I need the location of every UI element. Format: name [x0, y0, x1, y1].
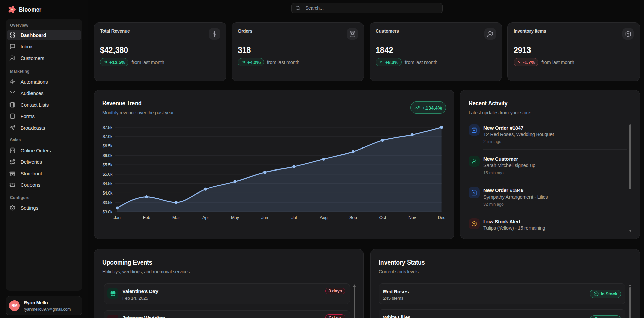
svg-text:$5.0k: $5.0k: [103, 172, 113, 177]
svg-text:Dec: Dec: [438, 215, 445, 220]
svg-text:Oct: Oct: [379, 215, 386, 220]
svg-text:$5.5k: $5.5k: [103, 163, 113, 167]
svg-text:Sep: Sep: [349, 215, 357, 220]
svg-text:$4.0k: $4.0k: [103, 191, 113, 196]
svg-text:$6.5k: $6.5k: [103, 144, 113, 149]
svg-text:$3.0k: $3.0k: [103, 210, 113, 214]
svg-text:Jun: Jun: [261, 215, 268, 220]
svg-text:Feb: Feb: [143, 215, 150, 220]
svg-text:Jul: Jul: [291, 215, 297, 220]
svg-text:$7.5k: $7.5k: [103, 125, 113, 130]
svg-text:Nov: Nov: [408, 215, 416, 220]
svg-text:Mar: Mar: [172, 215, 180, 220]
svg-text:Aug: Aug: [320, 215, 327, 220]
svg-text:$3.5k: $3.5k: [103, 200, 113, 205]
svg-text:$6.0k: $6.0k: [103, 153, 113, 158]
svg-text:Apr: Apr: [202, 215, 209, 220]
svg-text:$4.5k: $4.5k: [103, 181, 113, 186]
svg-text:Jan: Jan: [113, 215, 120, 220]
svg-text:$7.0k: $7.0k: [103, 134, 113, 139]
svg-text:May: May: [231, 215, 240, 220]
